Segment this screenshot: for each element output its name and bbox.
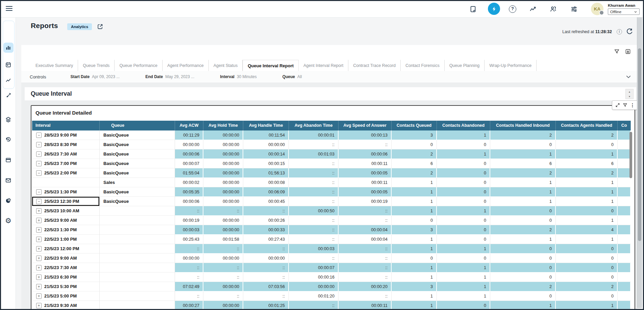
tab-wrap-up-performance[interactable]: Wrap-Up Performance (485, 60, 537, 71)
preferences-icon[interactable] (570, 5, 578, 13)
sidebar-item-history[interactable] (3, 134, 14, 144)
table-row[interactable]: +21/5/23 6:30 PM::::::00:00:16::1100 (32, 272, 631, 282)
table-row[interactable]: −28/5/23 8:30 PMBasicQueue00:00:0000:00:… (32, 140, 631, 149)
table-row[interactable]: −25/5/23 1:30 PMBasicQueue00:05:3500:00:… (32, 187, 631, 197)
queue-cell: BasicQueue (100, 197, 175, 206)
control-interval[interactable]: Interval30 Minutes (220, 74, 256, 79)
control-start-date[interactable]: Start DateApr 09, 2023 ... (70, 74, 120, 79)
sidebar-item-layers[interactable] (3, 114, 14, 124)
tab-queue-interval-report[interactable]: Queue Interval Report (243, 60, 299, 71)
page-scrollbar[interactable] (637, 17, 642, 308)
tab-contract-trace-record[interactable]: Contract Trace Record (348, 60, 401, 71)
tab-queue-planning[interactable]: Queue Planning (445, 60, 485, 71)
table-row[interactable]: −25/5/23 12:30 PMBasicQueue00:00:0600:00… (32, 197, 631, 206)
table-row[interactable]: +21/5/23 5:30 PM07:02:4900:00:0007:03:56… (32, 282, 631, 291)
help-icon[interactable]: ? (509, 5, 516, 13)
tab-queue-trends[interactable]: Queue Trends (78, 60, 115, 71)
expand-toggle-icon[interactable]: + (36, 246, 42, 252)
hamburger-menu-icon[interactable] (6, 6, 13, 11)
sidebar-item-bar-chart[interactable] (3, 43, 14, 53)
table-row[interactable]: +22/5/23 1:30 PM00:00:0300:00:0000:00:33… (32, 225, 631, 235)
column-header-contacts-abandoned[interactable]: Contacts Abandoned (437, 121, 490, 130)
expand-toggle-icon[interactable]: + (36, 237, 42, 242)
controls-collapse-icon[interactable] (625, 74, 631, 80)
column-header-avg-speed-of-answer[interactable]: Avg Speed of Answer (339, 121, 392, 130)
expand-toggle-icon[interactable]: + (36, 256, 42, 261)
column-header-avg-abandon-time[interactable]: Avg Abandon Time (289, 121, 339, 130)
tab-contact-forensics[interactable]: Contact Forensics (401, 60, 445, 71)
table-row[interactable]: +22/5/23 1:00 PM00:25:4300:01:5800:27:43… (32, 235, 631, 244)
column-header-contacts-handled-inbound[interactable]: Contacts Handled Inbound (490, 121, 556, 130)
collapse-toggle-icon[interactable]: − (36, 151, 42, 157)
sidebar-item-design-brush[interactable] (3, 90, 14, 100)
table-row[interactable]: +25/5/23 10:00 AM::::::00:00:50::1100 (32, 206, 631, 216)
visual-filter-icon[interactable] (622, 101, 628, 109)
table-row[interactable]: −25/5/23 7:00 PMBasicQueue00:00:0700:00:… (32, 159, 631, 168)
sidebar-item-mail[interactable] (3, 175, 14, 185)
filter-icon[interactable] (614, 49, 620, 54)
table-row[interactable]: Sales00:00:0200:00:0000:00:08::00:00:111… (32, 178, 631, 187)
tab-agent-performance[interactable]: Agent Performance (163, 60, 209, 71)
control-queue[interactable]: QueueAll (282, 74, 302, 79)
sidebar-item-settings-gear[interactable]: ⚙ (3, 216, 14, 226)
table-row[interactable]: −25/5/23 2:00 PMBasicQueue01:55:0400:00:… (32, 168, 631, 178)
collapse-toggle-icon[interactable]: − (36, 170, 42, 176)
download-icon[interactable] (625, 49, 631, 54)
table-row[interactable]: +21/5/23 5:00 PM::::::00:01:20::1100 (32, 291, 631, 301)
flash-icon[interactable] (488, 3, 500, 15)
table-row[interactable]: −26/5/23 7:30 AMBasicQueue00:00:0600:00:… (32, 149, 631, 159)
column-header-contacts-agents-handled[interactable]: Contacts Agents Handled (556, 121, 618, 130)
spinner-up-icon[interactable]: ▲ (626, 89, 633, 94)
more-options-icon[interactable]: ⋮ (629, 101, 636, 109)
column-header-contacts-queued[interactable]: Contacts Queued (392, 121, 437, 130)
status-select[interactable]: Offline (608, 8, 640, 15)
sidebar-item-line-chart[interactable] (3, 75, 14, 85)
expand-toggle-icon[interactable]: + (36, 265, 42, 270)
sidebar-item-pie-chart[interactable] (3, 195, 14, 206)
column-header-avg-acw[interactable]: Avg ACW (175, 121, 203, 130)
expand-toggle-icon[interactable]: + (36, 303, 42, 308)
sidebar-item-calendar[interactable] (3, 59, 14, 70)
info-icon[interactable]: i (617, 29, 622, 34)
refresh-icon[interactable] (626, 28, 633, 35)
table-scrollbar-thumb[interactable] (629, 132, 632, 178)
column-header-avg-handle-time[interactable]: Avg Handle Time (243, 121, 289, 130)
page-scrollbar-thumb[interactable] (638, 48, 641, 241)
collapse-toggle-icon[interactable]: − (36, 161, 42, 166)
control-end-date[interactable]: End DateMay 29, 2023 ... (145, 74, 194, 79)
table-row[interactable]: +22/5/23 7:30 AM::::::00:00:07::1100 (32, 263, 631, 272)
trends-icon[interactable] (529, 5, 537, 13)
table-row[interactable]: +22/5/23 12:00 PM::::::00:00:03::1100 (32, 244, 631, 254)
interval-value: 25/5/23 9:00 AM (44, 216, 77, 225)
table-row[interactable]: +21/5/23 9:30 AM00:00:2700:00:0000:01:25… (32, 301, 631, 310)
tab-agent-status[interactable]: Agent Status (209, 60, 243, 71)
table-row[interactable]: +22/5/23 9:00 AM00:00:0000:00:0000:00:00… (32, 254, 631, 263)
open-external-icon[interactable] (97, 23, 103, 30)
avatar[interactable]: KA (591, 3, 603, 15)
column-header-queue[interactable]: Queue (100, 121, 175, 130)
value-cell: 00:00:00 (203, 178, 243, 187)
sidebar-item-window[interactable] (3, 155, 14, 165)
notes-icon[interactable] (469, 5, 477, 13)
contacts-icon[interactable] (549, 5, 557, 13)
expand-toggle-icon[interactable]: + (36, 218, 42, 223)
column-header-avg-hold-time[interactable]: Avg Hold Time (203, 121, 243, 130)
collapse-toggle-icon[interactable]: − (36, 199, 42, 204)
column-header-interval[interactable]: Interval (32, 121, 100, 130)
expand-toggle-icon[interactable]: + (36, 227, 42, 233)
column-header-co[interactable]: Co (618, 121, 631, 130)
table-row[interactable]: +25/5/23 9:00 AM00:00:1900:00:0000:00:26… (32, 216, 631, 225)
collapse-toggle-icon[interactable]: − (36, 142, 42, 147)
tab-queue-performance[interactable]: Queue Performance (115, 60, 163, 71)
collapse-toggle-icon[interactable]: − (36, 133, 42, 138)
focus-mode-icon[interactable] (615, 101, 621, 109)
collapse-toggle-icon[interactable]: − (36, 189, 42, 195)
table-row[interactable]: −28/5/23 9:00 PMBasicQueue00:11:2900:00:… (32, 130, 631, 140)
tab-agent-interval-report[interactable]: Agent Interval Report (299, 60, 348, 71)
expand-toggle-icon[interactable]: + (36, 275, 42, 280)
expand-toggle-icon[interactable]: + (36, 208, 42, 214)
tab-executive-summary[interactable]: Executive Summary (31, 60, 78, 71)
expand-toggle-icon[interactable]: + (36, 284, 42, 289)
spinner-down-icon[interactable]: ▼ (626, 94, 633, 99)
expand-toggle-icon[interactable]: + (36, 293, 42, 299)
